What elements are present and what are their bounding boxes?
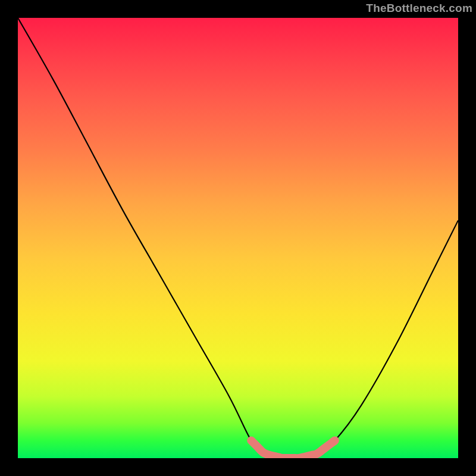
plot-svg (18, 18, 458, 458)
sweet-spot-highlight (251, 440, 335, 458)
attribution-label: TheBottleneck.com (366, 2, 472, 15)
bottleneck-curve (18, 18, 458, 458)
curve-right-branch (264, 220, 458, 458)
chart-frame: TheBottleneck.com (0, 0, 476, 476)
curve-left-branch (18, 18, 300, 458)
